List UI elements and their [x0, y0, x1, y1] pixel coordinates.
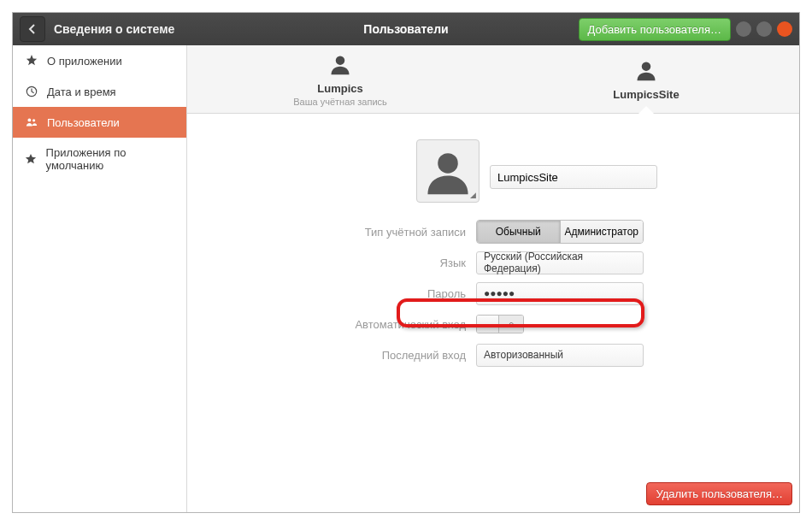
- back-button[interactable]: [20, 16, 45, 42]
- lastlogin-value: Авторизованный: [484, 349, 563, 361]
- window-title: Пользователи: [363, 22, 448, 36]
- account-type-standard[interactable]: Обычный: [477, 221, 560, 243]
- lastlogin-button[interactable]: Авторизованный: [476, 344, 644, 367]
- sidebar-item-label: О приложении: [47, 55, 122, 68]
- window-close-button[interactable]: [777, 21, 792, 37]
- body: О приложении Дата и время Пользователи П…: [13, 45, 799, 512]
- avatar-icon: [328, 52, 352, 79]
- user-tab-lumpicssite[interactable]: LumpicsSite: [493, 45, 799, 113]
- autologin-label: Автоматический вход: [213, 318, 476, 331]
- svg-point-5: [438, 153, 458, 174]
- row-account-type: Тип учётной записи Обычный Администратор: [213, 218, 774, 245]
- user-tab-name: Lumpics: [317, 82, 362, 95]
- account-type-admin[interactable]: Администратор: [560, 221, 644, 243]
- main-panel: Lumpics Ваша учётная запись LumpicsSite …: [187, 45, 799, 512]
- row-password: Пароль ●●●●●: [213, 280, 774, 307]
- dropdown-corner-icon: ◢: [470, 191, 476, 199]
- sidebar-item-about[interactable]: О приложении: [13, 45, 186, 76]
- sidebar-item-label: Пользователи: [47, 116, 120, 129]
- titlebar-right: Добавить пользователя…: [579, 18, 792, 41]
- language-button[interactable]: Русский (Российская Федерация): [476, 251, 644, 274]
- user-tab-lumpics[interactable]: Lumpics Ваша учётная запись: [187, 45, 493, 113]
- password-button[interactable]: ●●●●●: [476, 282, 644, 305]
- clock-icon: [25, 85, 38, 98]
- user-form: ◢ Тип учётной записи Обычный Администрат…: [187, 114, 799, 512]
- svg-point-2: [32, 119, 35, 121]
- sidebar-item-label: Приложения по умолчанию: [46, 146, 174, 172]
- language-label: Язык: [213, 257, 476, 269]
- user-tab-subtitle: Ваша учётная запись: [293, 97, 387, 107]
- row-autologin: Автоматический вход ○: [213, 310, 774, 338]
- svg-point-3: [336, 56, 345, 65]
- add-user-button[interactable]: Добавить пользователя…: [579, 18, 731, 41]
- username-input[interactable]: [490, 165, 657, 189]
- settings-window: Сведения о системе Пользователи Добавить…: [12, 12, 800, 513]
- avatar-picker[interactable]: ◢: [416, 139, 480, 203]
- switch-knob: [477, 316, 499, 333]
- window-minimize-button[interactable]: [736, 21, 751, 37]
- autologin-switch[interactable]: ○: [476, 315, 524, 333]
- avatar-icon: [634, 58, 658, 85]
- user-tabs: Lumpics Ваша учётная запись LumpicsSite: [187, 45, 799, 114]
- password-value: ●●●●●: [484, 287, 515, 299]
- users-icon: [25, 115, 38, 129]
- sidebar-item-default-apps[interactable]: Приложения по умолчанию: [13, 138, 186, 180]
- avatar-placeholder-icon: [423, 146, 473, 196]
- delete-user-button[interactable]: Удалить пользователя…: [646, 482, 792, 505]
- switch-off-side: ○: [499, 316, 523, 333]
- star-icon: [25, 152, 38, 166]
- chevron-left-icon: [27, 24, 38, 34]
- sidebar-item-users[interactable]: Пользователи: [13, 107, 186, 138]
- sidebar: О приложении Дата и время Пользователи П…: [13, 45, 187, 512]
- password-label: Пароль: [213, 287, 476, 300]
- user-tab-name: LumpicsSite: [613, 88, 679, 101]
- lastlogin-label: Последний вход: [213, 349, 476, 362]
- window-maximize-button[interactable]: [756, 21, 772, 37]
- avatar-name-row: ◢: [416, 139, 774, 203]
- language-value: Русский (Российская Федерация): [484, 251, 636, 274]
- row-language: Язык Русский (Российская Федерация): [213, 249, 774, 276]
- plus-icon: [25, 54, 38, 68]
- svg-point-1: [27, 118, 31, 121]
- section-title: Сведения о системе: [54, 22, 174, 36]
- sidebar-item-datetime[interactable]: Дата и время: [13, 76, 186, 107]
- account-type-toggle[interactable]: Обычный Администратор: [476, 220, 644, 244]
- titlebar: Сведения о системе Пользователи Добавить…: [13, 13, 799, 45]
- sidebar-item-label: Дата и время: [47, 86, 116, 98]
- row-lastlogin: Последний вход Авторизованный: [213, 341, 774, 369]
- svg-point-4: [642, 62, 651, 71]
- account-type-label: Тип учётной записи: [213, 226, 476, 239]
